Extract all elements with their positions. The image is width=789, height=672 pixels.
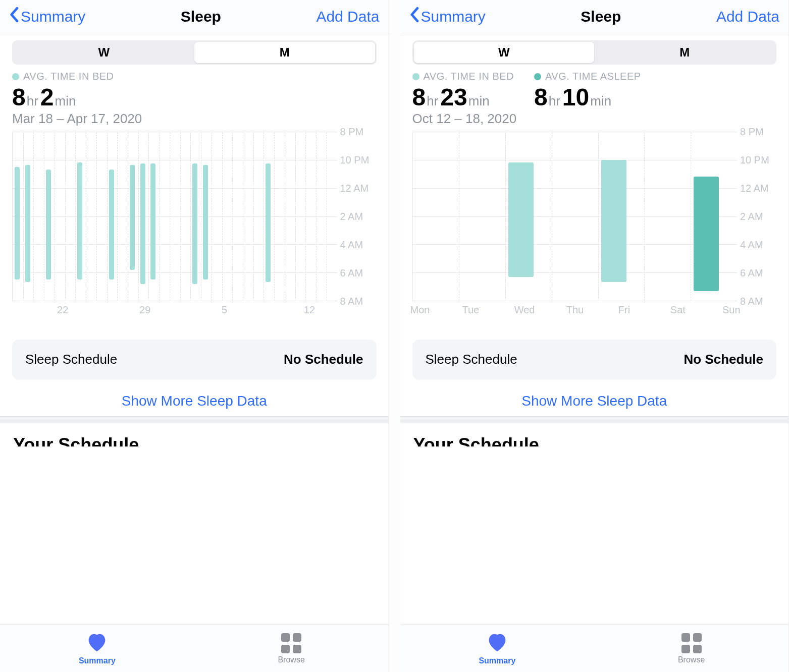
section-heading: Your Schedule: [400, 423, 789, 446]
tab-browse[interactable]: Browse: [194, 625, 389, 672]
back-button[interactable]: Summary: [9, 7, 85, 26]
metric-in-bed: AVG. TIME IN BED 8hr23min: [412, 71, 514, 111]
back-label: Summary: [421, 8, 486, 25]
card-value: No Schedule: [684, 352, 763, 367]
chevron-left-icon: [409, 7, 419, 26]
tab-summary[interactable]: Summary: [0, 625, 194, 672]
date-range: Mar 18 – Apr 17, 2020: [0, 111, 389, 127]
page-title: Sleep: [581, 8, 621, 25]
metric-asleep: AVG. TIME ASLEEP 8hr10min: [534, 71, 641, 111]
navbar: Summary Sleep Add Data: [0, 0, 389, 33]
show-more-link[interactable]: Show More Sleep Data: [0, 380, 389, 416]
segment-month[interactable]: M: [594, 42, 775, 63]
tab-label: Summary: [79, 656, 116, 665]
tab-bar: Summary Browse: [400, 625, 789, 672]
sleep-chart-month[interactable]: 8 PM10 PM12 AM2 AM4 AM6 AM8 AM2229512: [12, 132, 377, 317]
tab-label: Summary: [479, 656, 515, 665]
metric-in-bed: AVG. TIME IN BED 8hr2min: [12, 71, 114, 111]
metrics-row: AVG. TIME IN BED 8hr2min: [0, 70, 389, 112]
tab-label: Browse: [278, 655, 304, 664]
pane-month: Summary Sleep Add Data W M AVG. TIME IN …: [0, 0, 389, 672]
segment-week[interactable]: W: [414, 42, 595, 63]
card-label: Sleep Schedule: [25, 352, 117, 367]
tab-summary[interactable]: Summary: [400, 625, 595, 672]
metric-value: 8hr2min: [12, 84, 114, 111]
heart-icon: [486, 632, 508, 654]
sleep-chart-week[interactable]: 8 PM10 PM12 AM2 AM4 AM6 AM8 AMMonTueWedT…: [412, 132, 777, 317]
metric-label: AVG. TIME IN BED: [424, 71, 514, 82]
date-range: Oct 12 – 18, 2020: [400, 111, 789, 127]
section-divider: [0, 416, 389, 423]
card-label: Sleep Schedule: [426, 352, 517, 367]
pane-week: Summary Sleep Add Data W M AVG. TIME IN …: [400, 0, 790, 672]
sleep-schedule-card[interactable]: Sleep Schedule No Schedule: [12, 340, 377, 380]
range-segmented[interactable]: W M: [412, 40, 777, 65]
tab-bar: Summary Browse: [0, 625, 389, 672]
page-title: Sleep: [181, 8, 221, 25]
metric-label: AVG. TIME IN BED: [23, 71, 114, 82]
heart-icon: [86, 632, 108, 654]
chevron-left-icon: [9, 7, 19, 26]
show-more-link[interactable]: Show More Sleep Data: [400, 380, 789, 416]
dot-icon: [534, 73, 541, 80]
add-data-button[interactable]: Add Data: [716, 8, 779, 25]
segment-month[interactable]: M: [194, 42, 375, 63]
segment-week[interactable]: W: [14, 42, 194, 63]
dot-icon: [412, 73, 419, 80]
section-heading: Your Schedule: [0, 423, 389, 446]
grid-icon: [281, 633, 301, 653]
dot-icon: [12, 73, 19, 80]
tab-browse[interactable]: Browse: [594, 625, 788, 672]
tab-label: Browse: [678, 655, 705, 664]
range-segmented[interactable]: W M: [12, 40, 377, 65]
back-button[interactable]: Summary: [409, 7, 486, 26]
add-data-button[interactable]: Add Data: [316, 8, 379, 25]
section-divider: [400, 416, 789, 423]
sleep-schedule-card[interactable]: Sleep Schedule No Schedule: [412, 340, 777, 380]
card-value: No Schedule: [284, 352, 363, 367]
metric-value: 8hr23min: [412, 84, 514, 111]
metric-label: AVG. TIME ASLEEP: [545, 71, 641, 82]
metric-value: 8hr10min: [534, 84, 641, 111]
grid-icon: [681, 633, 702, 653]
navbar: Summary Sleep Add Data: [400, 0, 789, 33]
metrics-row: AVG. TIME IN BED 8hr23min AVG. TIME ASLE…: [400, 70, 789, 112]
back-label: Summary: [21, 8, 85, 25]
